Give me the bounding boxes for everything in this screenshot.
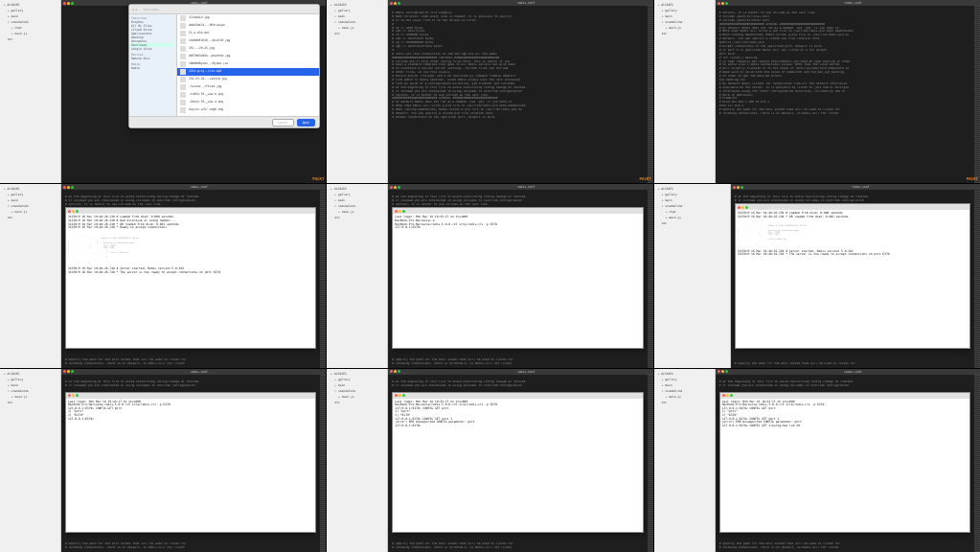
fwd-icon[interactable]: ▶ xyxy=(136,8,138,12)
terminal-window[interactable]: Last login: Mon Mar 18 19:43:17 on ttys0… xyxy=(392,207,643,348)
file-sidebar[interactable]: ▸ ALIASES ▸ gallery ▸ main ▾ standalone … xyxy=(327,184,388,367)
open-button[interactable]: Open xyxy=(297,119,315,126)
term-prompt[interactable]: 127.0.0.1:6379> xyxy=(395,226,640,230)
file-sidebar[interactable]: ▸ ALIASES ▸ gallery ▸ main ▾ standalone … xyxy=(654,0,716,183)
minimap[interactable] xyxy=(648,375,653,552)
finder-media[interactable]: Audio xyxy=(131,66,174,70)
finder-dev[interactable]: Remote Disc xyxy=(131,57,174,60)
close-icon[interactable] xyxy=(63,370,66,373)
close-icon[interactable] xyxy=(395,394,398,397)
min-icon[interactable] xyxy=(72,210,75,213)
close-icon[interactable] xyxy=(68,394,71,397)
min-icon[interactable] xyxy=(394,2,397,5)
editor-main[interactable]: redis.conf # options, it is better to us… xyxy=(716,0,980,183)
close-icon[interactable] xyxy=(718,370,720,373)
file-row[interactable]: buyits-ar5/.img6.img xyxy=(177,106,319,114)
min-icon[interactable] xyxy=(67,186,70,189)
close-icon[interactable] xyxy=(718,2,720,5)
close-icon[interactable] xyxy=(733,186,736,189)
close-icon[interactable] xyxy=(390,2,393,5)
file-sidebar[interactable]: ▸ ALIASES ▸ gallery ▸ main ▾ standalone … xyxy=(327,369,388,552)
file-row[interactable]: 11960954526_./Ace7+B.jpg xyxy=(177,37,319,45)
finder-fav[interactable]: Google Drive xyxy=(131,47,174,51)
file-sidebar[interactable]: ▸ ALIASES ▸ gallery ▸ main ▾ standalone … xyxy=(654,184,731,367)
max-icon[interactable] xyxy=(745,206,748,209)
max-icon[interactable] xyxy=(402,210,405,213)
close-icon[interactable] xyxy=(722,394,725,397)
file-row[interactable]: 9957063495e..phantom.jpg xyxy=(177,53,319,60)
sidebar-item[interactable]: etc xyxy=(656,31,713,36)
terminal-window[interactable]: Last login: Mon Mar 18 19:43:17 on ttys0… xyxy=(65,392,316,533)
sidebar-item[interactable]: etc xyxy=(329,31,385,36)
term-cmd[interactable]: 127.0.0.1:6379> CONFIG SET slowlog-max-l… xyxy=(722,425,968,428)
pane-config-get: ▸ ALIASES ▸ gallery ▸ main ▾ standalone … xyxy=(0,369,326,552)
file-sidebar[interactable]: ▸ ALIASES ▸ gallery ▸ main ▾ standalone … xyxy=(327,0,388,183)
sidebar-item[interactable]: etc xyxy=(2,400,58,405)
terminal-window[interactable]: 31250:M 16 Mar 19:48:26.130 # Loaded fro… xyxy=(65,207,316,348)
min-icon[interactable] xyxy=(726,394,729,397)
close-icon[interactable] xyxy=(738,206,741,209)
close-icon[interactable] xyxy=(390,370,393,373)
file-row[interactable]: F2.e.834.doc xyxy=(177,30,319,37)
minimap[interactable] xyxy=(320,190,326,367)
file-row[interactable]: 251...20-25.jpg xyxy=(177,45,319,53)
sidebar-item[interactable]: etc xyxy=(656,400,713,405)
back-icon[interactable]: ◀ xyxy=(132,8,134,12)
close-icon[interactable] xyxy=(63,186,66,189)
term-titlebar xyxy=(393,393,642,399)
minimap[interactable] xyxy=(648,190,653,367)
term-prompt[interactable]: 127.0.0.1:6379> xyxy=(68,417,94,421)
file-sidebar[interactable]: ▸ ALIASES ▸ gallery ▸ main ▾ standalone … xyxy=(0,184,61,367)
file-row[interactable]: 331.C5.J8...ssb32e.jpg xyxy=(177,76,319,83)
sidebar-item[interactable]: etc xyxy=(2,36,58,42)
term-prompt[interactable]: 127.0.0.1:6379> xyxy=(395,424,421,427)
min-icon[interactable] xyxy=(67,370,70,373)
max-icon[interactable] xyxy=(76,210,79,213)
file-row[interactable]: 1714ee14.jpg xyxy=(177,14,319,22)
file-row[interactable]: 884839431...MP4ranjan xyxy=(177,22,319,30)
sidebar-item[interactable]: etc xyxy=(329,400,385,405)
minimap[interactable] xyxy=(974,6,980,183)
file-sidebar[interactable]: ▸ ALIASES ▸ gallery ▸ main ▾ standalone … xyxy=(0,0,61,183)
terminal-window[interactable]: 31250:M 16 Mar 19:48:26.130 # Loaded fro… xyxy=(735,203,970,348)
min-icon[interactable] xyxy=(394,186,397,189)
close-icon[interactable] xyxy=(390,186,393,189)
min-icon[interactable] xyxy=(72,394,75,397)
file-sidebar[interactable]: ▸ ALIASES ▸ gallery ▸ main ▾ standalone … xyxy=(654,369,716,552)
max-icon[interactable] xyxy=(730,394,733,397)
min-icon[interactable] xyxy=(399,210,401,213)
max-icon[interactable] xyxy=(402,394,405,397)
min-icon[interactable] xyxy=(737,186,740,189)
editor-main[interactable]: redis.conf # Redis configuration file ex… xyxy=(388,0,652,183)
min-icon[interactable] xyxy=(399,394,401,397)
file-row-selected[interactable]: 1234-proj-.list.mp3 xyxy=(177,68,319,76)
file-row[interactable]: -lastes_./ftsve.jpg xyxy=(177,83,319,91)
terminal-window[interactable]: Last login: Mon Mar 18 19:43:17 on ttys0… xyxy=(719,392,970,533)
min-icon[interactable] xyxy=(394,370,397,373)
min-icon[interactable] xyxy=(721,2,724,5)
finder-sidebar[interactable]: Favorites Dropbox All My Files iCloud Dr… xyxy=(129,14,177,116)
file-row[interactable]: -11054.55._www.b.png xyxy=(177,91,319,99)
sidebar-item[interactable]: etc xyxy=(656,220,728,226)
min-icon[interactable] xyxy=(721,370,724,373)
sidebar-item[interactable]: etc xyxy=(329,215,385,220)
minimap[interactable] xyxy=(974,375,980,552)
file-row[interactable]: -10412.55._www-4.png xyxy=(177,99,319,106)
finder-dialog[interactable]: ◀ ▶ Downloads Favorites Dropbox All My F… xyxy=(128,4,320,128)
close-icon[interactable] xyxy=(395,210,398,213)
minimap[interactable] xyxy=(648,6,653,183)
finder-location[interactable]: Downloads xyxy=(144,8,159,12)
cancel-button[interactable]: Cancel xyxy=(272,119,294,126)
minimap[interactable] xyxy=(320,375,326,552)
sidebar-item[interactable]: etc xyxy=(2,215,58,220)
close-icon[interactable] xyxy=(68,210,71,213)
min-icon[interactable] xyxy=(741,206,744,209)
file-sidebar[interactable]: ▸ ALIASES ▸ gallery ▸ main ▾ standalone … xyxy=(0,369,61,552)
max-icon[interactable] xyxy=(76,394,79,397)
finder-file-list[interactable]: 1714ee14.jpg 884839431...MP4ranjan F2.e.… xyxy=(177,14,319,116)
minimap[interactable] xyxy=(974,190,980,367)
file-row[interactable]: 100000Byxes_./Bydes.rar xyxy=(177,60,319,68)
min-icon[interactable] xyxy=(67,2,70,5)
close-icon[interactable] xyxy=(63,2,66,5)
terminal-window[interactable]: Last login: Mon Mar 18 19:43:17 on ttys0… xyxy=(392,392,643,533)
